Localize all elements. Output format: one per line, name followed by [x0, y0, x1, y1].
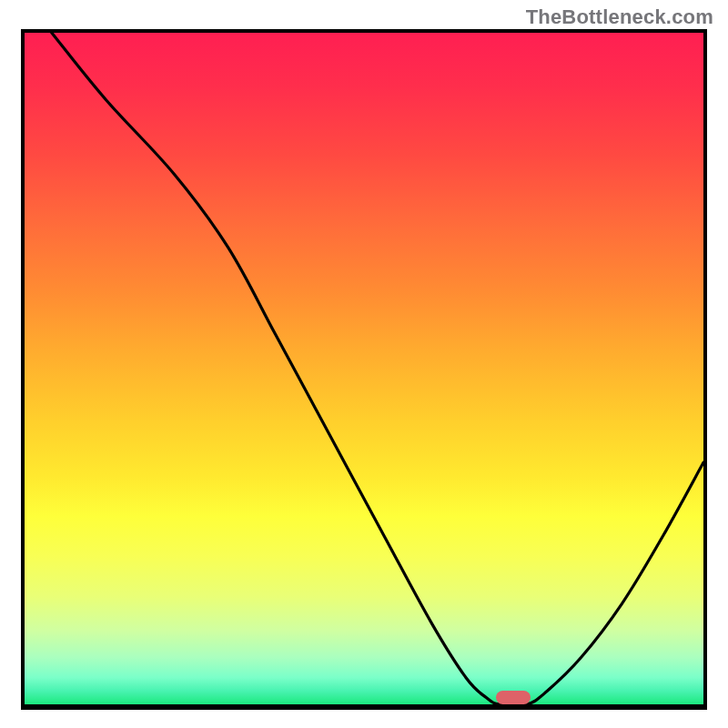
curve-svg: [25, 33, 703, 704]
curve-path: [52, 33, 703, 704]
optimum-marker: [496, 691, 531, 704]
chart-container: TheBottleneck.com: [0, 0, 728, 728]
attribution-text: TheBottleneck.com: [526, 5, 713, 29]
plot-area: [21, 29, 707, 710]
